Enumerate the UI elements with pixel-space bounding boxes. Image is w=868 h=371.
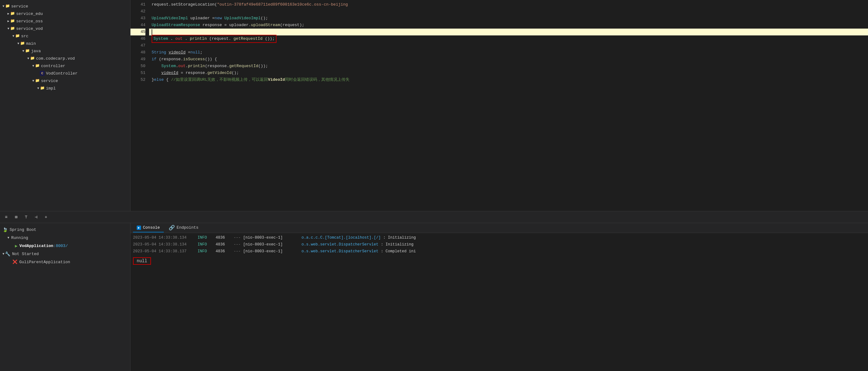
vod-application-item[interactable]: ▶ VodApplication :8003/	[0, 242, 130, 250]
code-text: (response.	[157, 56, 183, 63]
chevron-icon: ▼	[7, 27, 9, 30]
code-text: ());	[258, 63, 268, 70]
line-num-46: 46	[130, 35, 145, 42]
code-text: println	[188, 63, 205, 70]
line-num-47: 47	[130, 42, 145, 49]
code-text: uploadStream	[251, 22, 280, 29]
line-numbers: 41 42 43 44 45 46 47 48 49 50 51 52	[130, 0, 149, 211]
null-output-container: null	[133, 256, 866, 265]
not-started-group[interactable]: ▼ 🔧 Not Started	[0, 250, 130, 258]
code-text: .	[176, 63, 178, 70]
sidebar-item-com-codecarp-vod[interactable]: ▼ 📁 com.codecarp.vod	[0, 55, 130, 62]
line-num-44: 44	[130, 22, 145, 29]
code-text: ();	[231, 70, 239, 76]
sidebar-item-label: main	[26, 41, 36, 46]
tab-console[interactable]: ▶ Console	[133, 224, 164, 233]
guli-parent-item[interactable]: ❌ GuliParentApplication	[0, 258, 130, 266]
endpoints-icon: 🔗	[169, 225, 175, 231]
guli-parent-label: GuliParentApplication	[19, 260, 70, 265]
folder-icon: 📁	[10, 26, 15, 31]
bottom-panel: ≡ ⊞ ⊤ ⊣ + 🍃 Spring Boot ▼ Running ▶ VodA…	[0, 211, 868, 371]
spring-boot-item[interactable]: 🍃 Spring Boot	[0, 225, 130, 234]
code-text: else	[154, 76, 164, 83]
code-line-43: UploadVideoImpl uploader = new UploadVid…	[149, 15, 868, 22]
chevron-icon: ▼	[27, 57, 29, 60]
code-text: ()) {	[205, 56, 217, 63]
code-text: String	[152, 49, 166, 56]
chevron-icon: ▼	[2, 252, 4, 256]
log-level: INFO	[197, 241, 213, 248]
sidebar-item-service-vod[interactable]: ▼ 📁 service_vod	[0, 25, 130, 32]
sidebar-item-label: service	[11, 4, 28, 9]
line-num-45: 45	[130, 29, 145, 35]
java-class-icon: C	[40, 71, 45, 76]
line-num-41: 41	[130, 1, 145, 8]
log-separator: ---	[234, 248, 241, 255]
vod-app-label: VodApplication	[19, 244, 53, 248]
log-level: INFO	[197, 248, 213, 255]
sidebar-item-controller[interactable]: ▼ 📁 controller	[0, 62, 130, 70]
code-text: UploadVideoImpl	[224, 15, 261, 22]
code-text: new	[215, 15, 222, 22]
log-pid: 4836	[216, 234, 231, 241]
sidebar-item-label: service_edu	[16, 11, 43, 16]
not-started-label: Not Started	[12, 252, 39, 256]
folder-icon: 📁	[25, 49, 30, 54]
sidebar-item-label: impl	[46, 86, 56, 91]
chevron-icon: ▼	[32, 64, 34, 68]
sidebar-item-service-pkg[interactable]: ▼ 📁 service	[0, 77, 130, 85]
chevron-icon: ▼	[2, 5, 4, 8]
sidebar-item-main[interactable]: ▼ 📁 main	[0, 40, 130, 47]
chevron-icon: ▼	[7, 236, 9, 240]
folder-icon: 📁	[10, 11, 15, 16]
log-class: o.s.web.servlet.DispatcherServlet	[302, 248, 379, 255]
folder-icon: 📁	[20, 41, 25, 46]
code-text: .	[170, 36, 173, 41]
sidebar-item-impl[interactable]: ▼ 📁 impl	[0, 85, 130, 92]
log-timestamp: 2023-05-04 14:33:38.134	[133, 234, 195, 241]
sidebar-item-vod-controller[interactable]: C VodController	[0, 70, 130, 77]
null-output: null	[133, 257, 151, 265]
sidebar-item-service-oss[interactable]: ▶ 📁 service_oss	[0, 18, 130, 25]
console-panel: ▶ Console 🔗 Endpoints 2023-05-04 14:33:3…	[130, 223, 868, 371]
code-text: System	[153, 36, 168, 41]
code-line-42	[149, 8, 868, 15]
spring-boot-icon: 🍃	[2, 227, 8, 233]
log-pid: 4836	[216, 241, 231, 248]
sidebar-item-service[interactable]: ▼ 📁 service	[0, 2, 130, 10]
code-text: ());	[265, 36, 275, 41]
add-button[interactable]: +	[42, 213, 50, 221]
tab-endpoints[interactable]: 🔗 Endpoints	[165, 224, 202, 233]
folder-icon: 📁	[10, 19, 15, 24]
running-group[interactable]: ▼ Running	[0, 234, 130, 242]
code-text: if	[152, 56, 157, 63]
line-num-49: 49	[130, 56, 145, 63]
code-text: ;	[200, 49, 203, 56]
sidebar-item-label: service_vod	[16, 26, 43, 31]
chevron-icon: ▶	[7, 12, 9, 16]
folder-icon: 📁	[5, 4, 10, 9]
run-configurations-panel: 🍃 Spring Boot ▼ Running ▶ VodApplication…	[0, 223, 130, 371]
code-line-45	[149, 29, 868, 35]
sidebar-item-label: com.codecarp.vod	[36, 56, 75, 61]
code-text: System	[161, 63, 176, 70]
filter-button[interactable]: ⊤	[22, 213, 30, 221]
console-content: 2023-05-04 14:33:38.134 INFO 4836 --- [n…	[130, 233, 868, 371]
code-text	[152, 63, 161, 70]
log-thread: [nio-8003-exec-1]	[243, 234, 299, 241]
pin-button[interactable]: ⊣	[32, 213, 40, 221]
console-tabs: ▶ Console 🔗 Endpoints	[130, 223, 868, 233]
sidebar-item-java[interactable]: ▼ 📁 java	[0, 47, 130, 55]
sidebar-item-service-edu[interactable]: ▶ 📁 service_edu	[0, 10, 130, 18]
log-timestamp: 2023-05-04 14:33:38.137	[133, 248, 195, 255]
code-line-49: if (response. isSuccess ()) {	[149, 56, 868, 63]
sidebar-item-src[interactable]: ▼ 📁 src	[0, 32, 130, 40]
code-line-52: } else { //如里设置回调URL无效，不影响视频上传，可以返回Video…	[149, 76, 868, 83]
line-num-50: 50	[130, 63, 145, 70]
layout-button[interactable]: ⊞	[12, 213, 20, 221]
chevron-icon: ▼	[22, 50, 24, 53]
code-text: //如里设置回调URL无效，不影响视频上传，可以返回VideoId同时会返回错误…	[171, 76, 349, 83]
sort-button[interactable]: ≡	[2, 213, 10, 221]
line-num-52: 52	[130, 76, 145, 83]
chevron-icon	[37, 72, 39, 75]
